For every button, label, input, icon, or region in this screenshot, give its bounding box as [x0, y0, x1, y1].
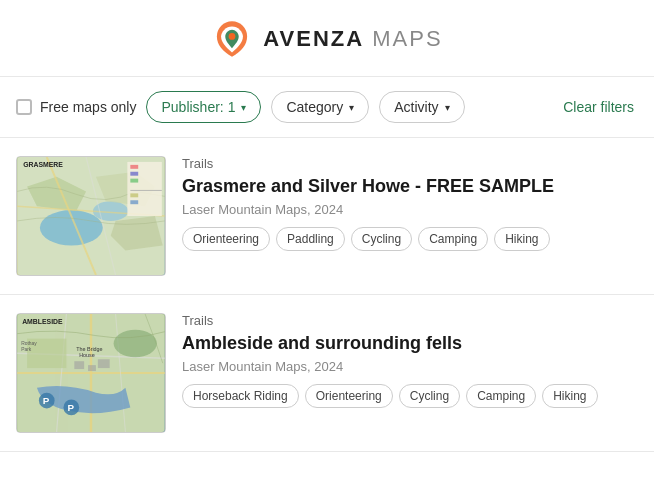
map-tags: Horseback Riding Orienteering Cycling Ca… — [182, 384, 638, 408]
svg-text:GRASMERE: GRASMERE — [23, 161, 63, 168]
publisher-chevron-icon: ▾ — [241, 102, 246, 113]
tag-horseback-riding[interactable]: Horseback Riding — [182, 384, 299, 408]
map-title: Grasmere and Silver Howe - FREE SAMPLE — [182, 175, 638, 198]
map-category: Trails — [182, 313, 638, 328]
map-title: Ambleside and surrounding fells — [182, 332, 638, 355]
filter-bar: Free maps only Publisher: 1 ▾ Category ▾… — [0, 77, 654, 138]
clear-filters-label: Clear filters — [563, 99, 634, 115]
tag-cycling[interactable]: Cycling — [351, 227, 412, 251]
svg-point-22 — [114, 330, 157, 358]
map-item: GRASMERE Trails Grasmere and Silver Howe… — [0, 138, 654, 295]
logo-wordmark: AVENZA MAPS — [263, 26, 442, 52]
svg-text:P: P — [67, 402, 74, 413]
svg-text:AMBLESIDE: AMBLESIDE — [22, 318, 63, 325]
map-thumbnail-ambleside[interactable]: P P AMBLESIDE The Bridge House Rothay Pa… — [16, 313, 166, 433]
svg-rect-13 — [130, 200, 138, 204]
tag-cycling[interactable]: Cycling — [399, 384, 460, 408]
map-tags: Orienteering Paddling Cycling Camping Hi… — [182, 227, 638, 251]
svg-text:Park: Park — [21, 347, 32, 352]
free-maps-checkbox[interactable] — [16, 99, 32, 115]
logo-sub: MAPS — [364, 26, 442, 51]
svg-rect-29 — [98, 359, 110, 368]
ambleside-map-art: P P AMBLESIDE The Bridge House Rothay Pa… — [17, 314, 165, 432]
tag-camping[interactable]: Camping — [466, 384, 536, 408]
tag-camping[interactable]: Camping — [418, 227, 488, 251]
map-details-ambleside: Trails Ambleside and surrounding fells L… — [182, 313, 638, 408]
header: AVENZA MAPS — [0, 0, 654, 77]
map-publisher: Laser Mountain Maps, 2024 — [182, 202, 638, 217]
tag-orienteering[interactable]: Orienteering — [182, 227, 270, 251]
tag-orienteering[interactable]: Orienteering — [305, 384, 393, 408]
svg-rect-28 — [88, 365, 96, 371]
svg-rect-27 — [74, 361, 84, 369]
tag-paddling[interactable]: Paddling — [276, 227, 345, 251]
map-details-grasmere: Trails Grasmere and Silver Howe - FREE S… — [182, 156, 638, 251]
map-category: Trails — [182, 156, 638, 171]
svg-point-0 — [229, 33, 236, 40]
svg-text:P: P — [43, 395, 50, 406]
map-item: P P AMBLESIDE The Bridge House Rothay Pa… — [0, 295, 654, 452]
tag-hiking[interactable]: Hiking — [494, 227, 549, 251]
logo: AVENZA MAPS — [211, 18, 442, 60]
activity-filter-button[interactable]: Activity ▾ — [379, 91, 464, 123]
svg-rect-8 — [130, 165, 138, 169]
activity-chevron-icon: ▾ — [445, 102, 450, 113]
clear-filters-button[interactable]: Clear filters — [559, 92, 638, 122]
svg-rect-7 — [127, 162, 161, 216]
category-filter-button[interactable]: Category ▾ — [271, 91, 369, 123]
publisher-filter-button[interactable]: Publisher: 1 ▾ — [146, 91, 261, 123]
activity-label: Activity — [394, 99, 438, 115]
svg-rect-12 — [130, 193, 138, 197]
category-label: Category — [286, 99, 343, 115]
grasmere-map-art: GRASMERE — [17, 157, 165, 275]
logo-name: AVENZA — [263, 26, 364, 51]
map-list: GRASMERE Trails Grasmere and Silver Howe… — [0, 138, 654, 452]
map-publisher: Laser Mountain Maps, 2024 — [182, 359, 638, 374]
publisher-label: Publisher: 1 — [161, 99, 235, 115]
free-maps-filter[interactable]: Free maps only — [16, 99, 136, 115]
svg-text:House: House — [79, 352, 95, 358]
tag-hiking[interactable]: Hiking — [542, 384, 597, 408]
svg-text:Rothay: Rothay — [21, 341, 37, 346]
map-thumbnail-grasmere[interactable]: GRASMERE — [16, 156, 166, 276]
free-maps-label-text: Free maps only — [40, 99, 136, 115]
avenza-logo-icon — [211, 18, 253, 60]
svg-rect-9 — [130, 172, 138, 176]
svg-rect-10 — [130, 179, 138, 183]
category-chevron-icon: ▾ — [349, 102, 354, 113]
